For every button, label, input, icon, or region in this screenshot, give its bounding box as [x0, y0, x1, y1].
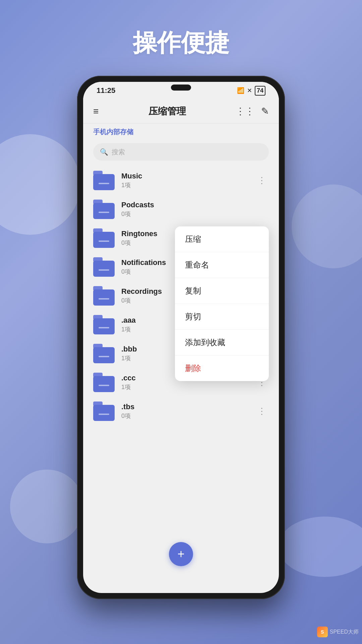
menu-item-cut[interactable]: 剪切 — [175, 304, 269, 330]
toolbar-action-icons: ⋮⋮ ✎ — [236, 106, 269, 117]
folder-icon — [93, 373, 115, 392]
edit-icon[interactable]: ✎ — [261, 106, 269, 117]
menu-item-delete[interactable]: 删除 — [175, 356, 269, 381]
bg-decoration-bottom-right — [278, 517, 362, 577]
file-list: Music 1项 ⋮ Podcasts 0项 — [83, 166, 279, 426]
list-item[interactable]: Podcasts 0项 — [83, 195, 279, 224]
app-toolbar: ≡ 压缩管理 ⋮⋮ ✎ — [83, 99, 279, 123]
watermark: S SPEED大师 — [317, 627, 359, 637]
signal-icon: ✕ — [247, 87, 252, 94]
breadcrumb[interactable]: 手机内部存储 — [83, 123, 279, 141]
file-name: Podcasts — [121, 201, 269, 209]
menu-item-rename[interactable]: 重命名 — [175, 252, 269, 278]
search-icon: 🔍 — [100, 148, 108, 156]
list-item[interactable]: .tbs 0项 ⋮ — [83, 397, 279, 426]
file-name: .tbs — [121, 402, 255, 411]
folder-icon — [93, 344, 115, 363]
folder-icon — [93, 228, 115, 248]
page-title: 操作便捷 — [133, 27, 229, 59]
file-info: Podcasts 0项 — [121, 201, 269, 218]
phone-screen: 11:25 📶 ✕ 74 ≡ 压缩管理 ⋮⋮ ✎ 手机内部存储 🔍 搜索 — [83, 82, 279, 593]
file-info: .tbs 0项 — [121, 402, 255, 420]
menu-icon[interactable]: ≡ — [93, 106, 99, 117]
camera-notch — [171, 85, 191, 91]
status-time: 11:25 — [97, 86, 115, 95]
folder-icon — [93, 315, 115, 334]
more-icon[interactable]: ⋮ — [255, 404, 269, 419]
list-item[interactable]: Music 1项 ⋮ — [83, 166, 279, 195]
folder-icon — [93, 286, 115, 306]
status-icons: 📶 ✕ 74 — [237, 86, 265, 96]
context-menu: 压缩 重命名 复制 剪切 添加到收藏 删除 — [175, 226, 269, 381]
bg-decoration-right — [292, 184, 362, 268]
status-bar: 11:25 📶 ✕ 74 — [83, 82, 279, 99]
menu-item-compress[interactable]: 压缩 — [175, 226, 269, 252]
folder-icon — [93, 401, 115, 421]
folder-icon — [93, 257, 115, 277]
file-count: 1项 — [121, 181, 255, 189]
more-icon[interactable]: ⋮ — [255, 173, 269, 189]
search-bar[interactable]: 🔍 搜索 — [93, 143, 269, 161]
file-count: 0项 — [121, 210, 269, 218]
wifi-icon: 📶 — [237, 87, 244, 94]
search-input[interactable]: 搜索 — [112, 148, 125, 157]
phone-frame: 11:25 📶 ✕ 74 ≡ 压缩管理 ⋮⋮ ✎ 手机内部存储 🔍 搜索 — [77, 76, 285, 599]
bg-decoration-left — [0, 134, 80, 235]
menu-item-copy[interactable]: 复制 — [175, 278, 269, 304]
watermark-text: SPEED大师 — [330, 629, 359, 636]
fab-add-button[interactable]: + — [169, 542, 193, 566]
folder-icon — [93, 171, 115, 190]
battery-indicator: 74 — [255, 86, 265, 96]
menu-item-favorite[interactable]: 添加到收藏 — [175, 330, 269, 356]
bg-decoration-bottom-left — [10, 470, 84, 543]
file-count: 1项 — [121, 383, 255, 391]
sort-icon[interactable]: ⋮⋮ — [236, 106, 254, 117]
file-info: Music 1项 — [121, 172, 255, 189]
folder-icon — [93, 200, 115, 219]
watermark-logo: S — [317, 627, 328, 637]
file-count: 0项 — [121, 412, 255, 420]
toolbar-title: 压缩管理 — [148, 105, 186, 118]
file-name: Music — [121, 172, 255, 180]
